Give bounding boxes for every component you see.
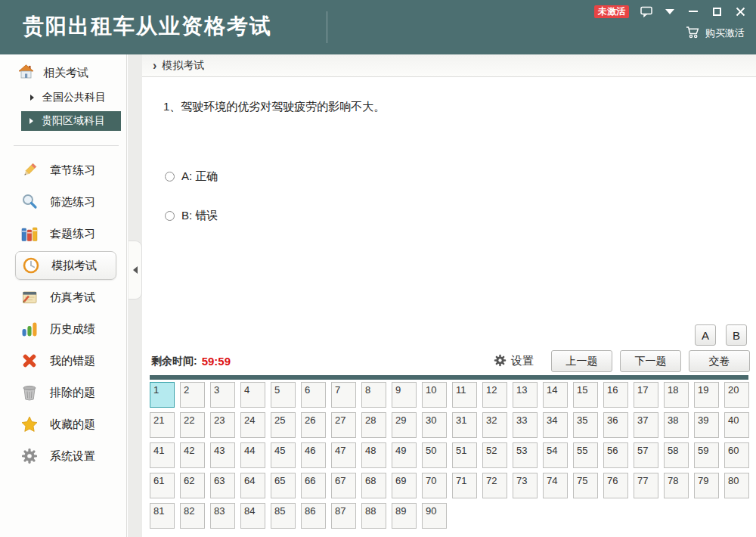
question-cell-44[interactable]: 44 [240,442,265,468]
question-cell-59[interactable]: 59 [694,442,719,468]
settings-button[interactable]: 设置 [494,354,534,369]
question-cell-35[interactable]: 35 [573,412,598,438]
question-cell-51[interactable]: 51 [452,442,477,468]
question-cell-87[interactable]: 87 [331,503,356,529]
question-cell-39[interactable]: 39 [694,412,719,438]
question-cell-55[interactable]: 55 [573,442,598,468]
question-cell-75[interactable]: 75 [573,473,598,498]
answer-b-button[interactable]: B [726,324,747,346]
question-cell-86[interactable]: 86 [301,503,326,529]
question-cell-65[interactable]: 65 [271,473,296,498]
question-cell-4[interactable]: 4 [240,382,265,408]
sidebar-subitem-guiyang[interactable]: 贵阳区域科目 [21,111,121,131]
question-cell-36[interactable]: 36 [603,412,628,438]
question-cell-79[interactable]: 79 [694,473,719,498]
sidebar-item-simulation-exam[interactable]: 仿真考试 [0,281,126,313]
question-cell-58[interactable]: 58 [664,442,689,468]
question-cell-5[interactable]: 5 [271,382,296,408]
question-cell-60[interactable]: 60 [724,442,749,468]
question-cell-25[interactable]: 25 [271,412,296,438]
question-cell-7[interactable]: 7 [331,382,356,408]
question-cell-26[interactable]: 26 [301,412,326,438]
question-cell-13[interactable]: 13 [513,382,538,408]
question-cell-33[interactable]: 33 [513,412,538,438]
question-cell-69[interactable]: 69 [392,473,417,498]
question-cell-68[interactable]: 68 [361,473,386,498]
question-cell-18[interactable]: 18 [664,382,689,408]
question-cell-46[interactable]: 46 [301,442,326,468]
sidebar-item-chapter-practice[interactable]: 章节练习 [0,154,126,186]
sidebar-item-filter-practice[interactable]: 筛选练习 [0,186,126,218]
question-cell-42[interactable]: 42 [180,442,205,468]
question-cell-3[interactable]: 3 [210,382,235,408]
question-cell-41[interactable]: 41 [150,442,175,468]
question-cell-49[interactable]: 49 [392,442,417,468]
question-cell-54[interactable]: 54 [543,442,568,468]
question-cell-38[interactable]: 38 [664,412,689,438]
question-cell-88[interactable]: 88 [361,503,386,529]
question-cell-81[interactable]: 81 [150,503,175,529]
question-cell-30[interactable]: 30 [422,412,447,438]
question-cell-37[interactable]: 37 [634,412,658,438]
radio-icon[interactable] [165,211,175,221]
question-cell-45[interactable]: 45 [271,442,296,468]
question-cell-16[interactable]: 16 [603,382,628,408]
sidebar-collapse-handle[interactable] [129,241,142,300]
question-cell-27[interactable]: 27 [331,412,356,438]
question-cell-28[interactable]: 28 [361,412,386,438]
question-cell-67[interactable]: 67 [331,473,356,498]
question-cell-34[interactable]: 34 [543,412,568,438]
question-cell-22[interactable]: 22 [180,412,205,438]
question-cell-8[interactable]: 8 [361,382,386,408]
sidebar-item-set-practice[interactable]: 套题练习 [0,218,126,250]
question-cell-40[interactable]: 40 [724,412,749,438]
question-cell-24[interactable]: 24 [240,412,265,438]
feedback-icon[interactable] [640,5,652,17]
question-cell-77[interactable]: 77 [634,473,658,498]
question-cell-64[interactable]: 64 [240,473,265,498]
radio-icon[interactable] [165,172,175,182]
question-cell-43[interactable]: 43 [210,442,235,468]
previous-question-button[interactable]: 上一题 [551,350,612,372]
question-cell-61[interactable]: 61 [150,473,175,498]
question-cell-29[interactable]: 29 [392,412,417,438]
question-cell-17[interactable]: 17 [634,382,658,408]
question-cell-82[interactable]: 82 [180,503,205,529]
next-question-button[interactable]: 下一题 [620,350,681,372]
submit-paper-button[interactable]: 交卷 [689,350,750,372]
question-cell-2[interactable]: 2 [180,382,205,408]
question-cell-10[interactable]: 10 [422,382,447,408]
question-cell-84[interactable]: 84 [240,503,265,529]
sidebar-item-wrong-questions[interactable]: 我的错题 [0,345,126,377]
sidebar-item-history-scores[interactable]: 历史成绩 [0,313,126,345]
question-cell-73[interactable]: 73 [513,473,538,498]
question-cell-31[interactable]: 31 [452,412,477,438]
question-cell-47[interactable]: 47 [331,442,356,468]
sidebar-item-favorite-questions[interactable]: 收藏的题 [0,408,126,440]
question-cell-76[interactable]: 76 [603,473,628,498]
question-cell-72[interactable]: 72 [482,473,507,498]
question-cell-78[interactable]: 78 [664,473,689,498]
question-cell-56[interactable]: 56 [603,442,628,468]
buy-activation-button[interactable]: 购买激活 [686,26,745,41]
question-cell-53[interactable]: 53 [513,442,538,468]
question-cell-52[interactable]: 52 [482,442,507,468]
minimize-button[interactable] [687,5,699,17]
question-cell-12[interactable]: 12 [482,382,507,408]
question-cell-80[interactable]: 80 [724,473,749,498]
sidebar-group-related-exams[interactable]: 相关考试 [18,64,126,82]
sidebar-item-system-settings[interactable]: 系统设置 [0,440,126,472]
question-cell-71[interactable]: 71 [452,473,477,498]
question-cell-74[interactable]: 74 [543,473,568,498]
question-cell-9[interactable]: 9 [392,382,417,408]
sidebar-item-mock-exam[interactable]: 模拟考试 [15,251,116,280]
close-button[interactable] [734,5,746,17]
question-cell-19[interactable]: 19 [694,382,719,408]
answer-a-button[interactable]: A [695,324,716,346]
chevron-down-icon[interactable] [664,5,676,17]
question-cell-14[interactable]: 14 [543,382,568,408]
question-cell-63[interactable]: 63 [210,473,235,498]
sidebar-subitem-national[interactable]: 全国公共科目 [0,88,126,107]
question-cell-50[interactable]: 50 [422,442,447,468]
question-cell-57[interactable]: 57 [634,442,658,468]
